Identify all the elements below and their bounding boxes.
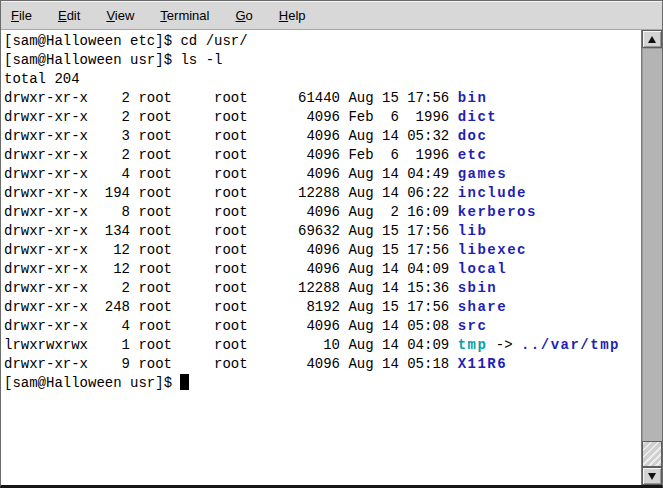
- menu-item-mnemonic: H: [279, 8, 288, 23]
- file-permissions: drwxr-xr-x: [4, 127, 88, 146]
- file-link-count: 248: [88, 298, 130, 317]
- up-arrow-icon: [648, 36, 656, 43]
- menu-item-go[interactable]: Go: [233, 6, 254, 25]
- file-size: 12288: [290, 279, 340, 298]
- down-arrow-icon: [648, 473, 656, 480]
- file-group: root: [214, 108, 290, 127]
- scrollbar[interactable]: [641, 30, 662, 485]
- menu-item-label: elp: [288, 8, 305, 23]
- file-permissions: drwxr-xr-x: [4, 146, 88, 165]
- scrollbar-thumb[interactable]: [642, 441, 662, 467]
- file-date: Aug 14 04:49: [348, 165, 449, 184]
- menu-item-label: iew: [115, 8, 135, 23]
- file-name: src: [458, 317, 488, 336]
- file-row: drwxr-xr-x248rootroot8192Aug 15 17:56sha…: [4, 298, 641, 317]
- file-permissions: drwxr-xr-x: [4, 317, 88, 336]
- file-group: root: [214, 279, 290, 298]
- menu-item-label: ile: [19, 8, 32, 23]
- menu-item-terminal[interactable]: Terminal: [158, 6, 211, 25]
- file-link-count: 2: [88, 108, 130, 127]
- menu-item-edit[interactable]: Edit: [56, 6, 82, 25]
- file-permissions: drwxr-xr-x: [4, 184, 88, 203]
- file-group: root: [214, 89, 290, 108]
- file-size: 69632: [290, 222, 340, 241]
- file-date: Aug 14 05:32: [348, 127, 449, 146]
- file-group: root: [214, 165, 290, 184]
- file-group: root: [214, 146, 290, 165]
- file-permissions: drwxr-xr-x: [4, 222, 88, 241]
- file-owner: root: [138, 146, 214, 165]
- file-group: root: [214, 203, 290, 222]
- menu-item-view[interactable]: View: [104, 6, 136, 25]
- file-date: Aug 15 17:56: [348, 222, 449, 241]
- menu-item-file[interactable]: File: [9, 6, 34, 25]
- menu-item-label: erminal: [167, 8, 210, 23]
- menu-item-mnemonic: V: [106, 8, 114, 23]
- file-group: root: [214, 317, 290, 336]
- terminal-line: [sam@Halloween usr]$ ls -l: [4, 51, 641, 70]
- menu-item-mnemonic: G: [235, 8, 245, 23]
- terminal-screen[interactable]: [sam@Halloween etc]$ cd /usr/[sam@Hallow…: [1, 30, 641, 485]
- terminal-cursor: [180, 374, 189, 390]
- file-link-count: 4: [88, 165, 130, 184]
- file-row: drwxr-xr-x2rootroot4096Feb 6 1996dict: [4, 108, 641, 127]
- file-owner: root: [138, 298, 214, 317]
- file-permissions: drwxr-xr-x: [4, 89, 88, 108]
- file-permissions: drwxr-xr-x: [4, 298, 88, 317]
- file-row: drwxr-xr-x3rootroot4096Aug 14 05:32doc: [4, 127, 641, 146]
- file-owner: root: [138, 184, 214, 203]
- file-owner: root: [138, 108, 214, 127]
- file-row: drwxr-xr-x194rootroot12288Aug 14 06:22in…: [4, 184, 641, 203]
- symlink-target: ../var/tmp: [521, 336, 620, 355]
- file-name: sbin: [458, 279, 498, 298]
- file-size: 4096: [290, 241, 340, 260]
- file-size: 4096: [290, 355, 340, 374]
- file-owner: root: [138, 127, 214, 146]
- file-row: drwxr-xr-x2rootroot61440Aug 15 17:56bin: [4, 89, 641, 108]
- file-link-count: 2: [88, 279, 130, 298]
- scroll-up-button[interactable]: [642, 30, 662, 48]
- window-content: [sam@Halloween etc]$ cd /usr/[sam@Hallow…: [1, 30, 662, 485]
- file-owner: root: [138, 260, 214, 279]
- menu-item-label: dit: [67, 8, 81, 23]
- scrollbar-track[interactable]: [642, 48, 662, 467]
- file-name: etc: [458, 146, 488, 165]
- file-owner: root: [138, 317, 214, 336]
- file-size: 4096: [290, 165, 340, 184]
- file-size: 4096: [290, 203, 340, 222]
- file-owner: root: [138, 222, 214, 241]
- file-group: root: [214, 298, 290, 317]
- file-group: root: [214, 184, 290, 203]
- file-row: drwxr-xr-x8rootroot4096Aug 2 16:09kerber…: [4, 203, 641, 222]
- file-group: root: [214, 222, 290, 241]
- scroll-down-button[interactable]: [642, 467, 662, 485]
- menu-item-help[interactable]: Help: [277, 6, 308, 25]
- file-date: Aug 14 05:08: [348, 317, 449, 336]
- file-size: 4096: [290, 317, 340, 336]
- file-name: tmp: [458, 336, 488, 355]
- menu-item-label: o: [246, 8, 253, 23]
- file-row: drwxr-xr-x9rootroot4096Aug 14 05:18X11R6: [4, 355, 641, 374]
- file-group: root: [214, 355, 290, 374]
- file-size: 4096: [290, 146, 340, 165]
- file-date: Aug 14 15:36: [348, 279, 449, 298]
- file-name: libexec: [458, 241, 527, 260]
- terminal-line: [sam@Halloween etc]$ cd /usr/: [4, 32, 641, 51]
- file-name: lib: [458, 222, 488, 241]
- file-permissions: drwxr-xr-x: [4, 241, 88, 260]
- file-link-count: 12: [88, 241, 130, 260]
- file-owner: root: [138, 89, 214, 108]
- prompt-line: [sam@Halloween usr]$: [4, 374, 641, 393]
- file-permissions: drwxr-xr-x: [4, 355, 88, 374]
- terminal-window: FileEditViewTerminalGoHelp [sam@Hallowee…: [0, 0, 663, 488]
- file-name: share: [458, 298, 508, 317]
- file-name: games: [458, 165, 508, 184]
- file-row: drwxr-xr-x2rootroot12288Aug 14 15:36sbin: [4, 279, 641, 298]
- file-date: Aug 14 04:09: [348, 336, 449, 355]
- terminal-line: total 204: [4, 70, 641, 89]
- file-link-count: 2: [88, 89, 130, 108]
- file-permissions: drwxr-xr-x: [4, 203, 88, 222]
- file-link-count: 134: [88, 222, 130, 241]
- file-name: doc: [458, 127, 488, 146]
- file-row: lrwxrwxrwx1rootroot10Aug 14 04:09tmp -> …: [4, 336, 641, 355]
